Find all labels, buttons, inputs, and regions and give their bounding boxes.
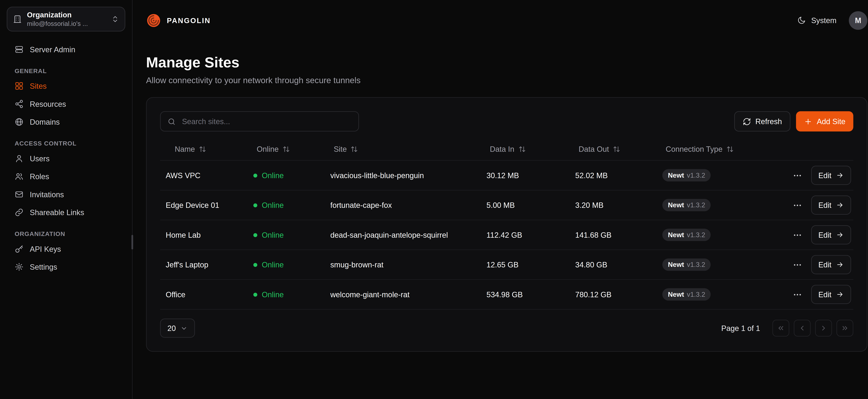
cell-online: Online (248, 260, 324, 269)
table-row: Home Lab Online dead-san-joaquin-antelop… (160, 220, 853, 250)
sidebar-item-settings[interactable]: Settings (7, 258, 125, 276)
sidebar-item-domains[interactable]: Domains (7, 113, 125, 131)
sort-icon (351, 146, 358, 153)
sidebar-resize-handle[interactable] (131, 235, 133, 249)
sort-icon (283, 146, 290, 153)
column-header-data-in[interactable]: Data In (481, 145, 569, 153)
cell-site: dead-san-joaquin-antelope-squirrel (324, 231, 481, 239)
sidebar-item-label: Resources (30, 100, 66, 108)
cell-actions: Edit (795, 255, 854, 274)
table-row: AWS VPC Online vivacious-little-blue-pen… (160, 161, 853, 190)
add-site-button[interactable]: Add Site (796, 111, 853, 131)
refresh-button[interactable]: Refresh (734, 111, 790, 131)
table-row: Office Online welcome-giant-mole-rat 534… (160, 280, 853, 310)
sidebar-item-invitations[interactable]: Invitations (7, 185, 125, 204)
online-label: Online (262, 231, 284, 239)
sidebar-item-label: Invitations (30, 190, 64, 198)
cell-connection-type: Newt v1.3.2 (657, 229, 795, 241)
users-icon (14, 172, 24, 181)
cell-data-out: 780.12 GB (569, 290, 657, 299)
edit-button[interactable]: Edit (811, 166, 851, 185)
sort-icon (726, 146, 734, 153)
top-bar: PANGOLIN System M (133, 0, 868, 40)
brand-name: PANGOLIN (167, 16, 211, 25)
online-label: Online (262, 171, 284, 180)
sidebar-item-sites[interactable]: Sites (7, 77, 125, 95)
row-actions-button[interactable] (792, 199, 803, 211)
chevron-down-icon (180, 325, 188, 332)
column-header-name[interactable]: Name (160, 145, 248, 153)
row-actions-button[interactable] (792, 229, 803, 241)
row-actions-button[interactable] (792, 259, 803, 271)
chevrons-up-down-icon (111, 15, 119, 23)
search-input[interactable] (181, 117, 352, 126)
column-header-data-out[interactable]: Data Out (569, 145, 657, 153)
cell-data-out: 34.80 GB (569, 260, 657, 269)
column-header-online[interactable]: Online (248, 145, 324, 153)
column-header-connection-type[interactable]: Connection Type (657, 145, 795, 153)
sort-icon (518, 146, 526, 153)
gear-icon (14, 263, 24, 271)
sidebar-item-label: Domains (30, 118, 60, 126)
brand[interactable]: PANGOLIN (146, 13, 211, 28)
chevrons-left-icon (777, 324, 785, 332)
table-row: Edge Device 01 Online fortunate-cape-fox… (160, 190, 853, 220)
user-icon (14, 154, 24, 163)
ellipsis-icon (793, 201, 802, 210)
sidebar-item-roles[interactable]: Roles (7, 167, 125, 185)
row-actions-button[interactable] (792, 288, 803, 300)
org-switcher[interactable]: Organization milo@fossorial.io's ... (7, 7, 125, 31)
table-header: Name Online Site Data In Data Out (160, 138, 853, 161)
cell-actions: Edit (795, 166, 854, 185)
cell-online: Online (248, 171, 324, 180)
page-size-select[interactable]: 20 (160, 318, 195, 338)
arrow-right-icon (836, 172, 844, 179)
sites-panel: Refresh Add Site Name Onl (146, 97, 867, 352)
edit-button[interactable]: Edit (811, 255, 851, 274)
sidebar-item-server-admin[interactable]: Server Admin (7, 40, 125, 59)
mail-icon (14, 190, 24, 199)
page-title: Manage Sites (146, 54, 867, 71)
sidebar-item-resources[interactable]: Resources (7, 95, 125, 113)
sidebar-item-shareable-links[interactable]: Shareable Links (7, 203, 125, 221)
next-page-button[interactable] (815, 320, 832, 337)
column-header-site[interactable]: Site (324, 145, 481, 153)
previous-page-button[interactable] (794, 320, 810, 337)
user-avatar[interactable]: M (849, 11, 867, 30)
first-page-button[interactable] (772, 320, 789, 337)
sidebar-item-label: Shareable Links (30, 208, 84, 217)
ellipsis-icon (793, 289, 802, 299)
row-actions-button[interactable] (792, 170, 803, 181)
arrow-right-icon (836, 201, 844, 209)
cell-connection-type: Newt v1.3.2 (657, 288, 795, 301)
edit-button[interactable]: Edit (811, 225, 851, 244)
cell-data-in: 5.00 MB (481, 201, 569, 209)
theme-toggle[interactable]: System (797, 16, 837, 25)
online-dot (253, 233, 257, 237)
arrow-right-icon (836, 231, 844, 239)
edit-button[interactable]: Edit (811, 285, 851, 304)
connection-badge: Newt v1.3.2 (662, 258, 711, 271)
sidebar-item-label: Settings (30, 263, 57, 271)
cell-actions: Edit (795, 225, 854, 244)
share-nodes-icon (14, 99, 24, 109)
table-row: Jeff's Laptop Online smug-brown-rat 12.6… (160, 250, 853, 280)
sidebar-item-api-keys[interactable]: API Keys (7, 240, 125, 258)
online-dot (253, 173, 257, 177)
page-subtitle: Allow connectivity to your network throu… (146, 75, 867, 85)
chevrons-right-icon (841, 324, 849, 332)
cell-name: Jeff's Laptop (160, 260, 248, 269)
sidebar-item-label: Server Admin (30, 45, 75, 54)
edit-button[interactable]: Edit (811, 195, 851, 215)
cell-data-out: 3.20 MB (569, 201, 657, 209)
cell-site: welcome-giant-mole-rat (324, 290, 481, 299)
sidebar-item-users[interactable]: Users (7, 150, 125, 167)
cell-data-out: 52.02 MB (569, 171, 657, 180)
refresh-icon (743, 117, 751, 126)
sidebar-item-label: API Keys (30, 245, 61, 253)
cell-online: Online (248, 290, 324, 299)
cell-actions: Edit (795, 195, 854, 215)
last-page-button[interactable] (836, 320, 853, 337)
sort-icon (199, 146, 206, 153)
cell-connection-type: Newt v1.3.2 (657, 199, 795, 211)
